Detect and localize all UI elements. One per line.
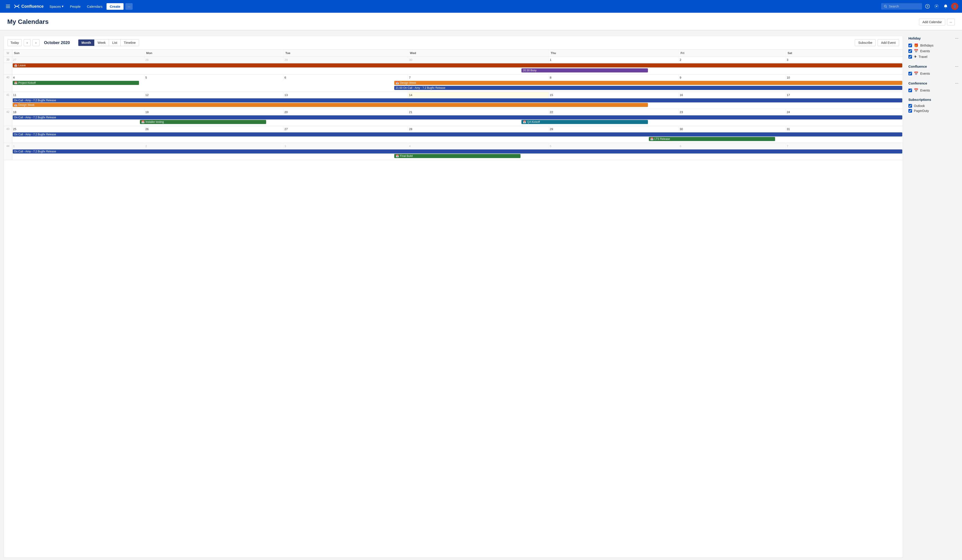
more-nav-button[interactable]: ··· xyxy=(125,3,133,10)
confluence-events-checkbox[interactable] xyxy=(909,72,912,76)
day-cell[interactable]: 7 xyxy=(786,143,903,149)
day-cell[interactable]: 30 xyxy=(408,57,549,63)
conference-events-checkbox[interactable] xyxy=(909,89,912,92)
day-cell[interactable]: 28 xyxy=(408,126,549,132)
day-cell[interactable]: 13 xyxy=(283,92,408,98)
conference-more-button[interactable]: ··· xyxy=(955,81,958,86)
lts-release-event[interactable]: 📅 LTS Release xyxy=(649,137,775,141)
design-week-event[interactable]: 📅 Design Week xyxy=(394,81,902,85)
oncall-event-43[interactable]: On Call - Amy - 7.2 Bugfix Release xyxy=(13,132,902,137)
birthdays-checkbox[interactable] xyxy=(909,44,912,47)
day-cell[interactable]: 31 xyxy=(786,126,903,132)
day-cell[interactable]: 9 xyxy=(679,74,786,81)
holiday-more-button[interactable]: ··· xyxy=(955,36,958,40)
day-cell[interactable]: 7 xyxy=(408,74,549,81)
day-cell[interactable]: 18 xyxy=(12,109,144,115)
table-row: 44 1 2 3 4 5 6 7 xyxy=(4,143,903,149)
day-cell[interactable]: 4 xyxy=(12,74,144,81)
day-cell[interactable]: 27 xyxy=(283,126,408,132)
timeline-view-button[interactable]: Timeline xyxy=(121,40,139,46)
day-cell[interactable]: 3 xyxy=(283,143,408,149)
more-options-button[interactable]: ··· xyxy=(947,19,955,26)
prev-button[interactable]: ‹ xyxy=(24,39,31,46)
day-num: 31 xyxy=(787,127,790,131)
qa-kickoff-event[interactable]: 📅 QA Kickoff xyxy=(521,120,648,124)
day-cell[interactable]: 21 xyxy=(408,109,549,115)
final-build-event[interactable]: 📅 Final Build xyxy=(394,154,521,158)
day-cell[interactable]: 20 xyxy=(283,109,408,115)
day-cell[interactable]: 26 xyxy=(144,126,283,132)
day-num: 30 xyxy=(680,127,683,131)
today-cell[interactable]: 14 xyxy=(408,92,549,98)
day-cell[interactable]: 15 xyxy=(549,92,679,98)
confluence-events-icon: 📅 xyxy=(914,71,918,76)
design-week-event-41[interactable]: 📅 Design Week xyxy=(13,103,648,107)
settings-button[interactable] xyxy=(933,3,940,10)
subscribe-button[interactable]: Subscribe xyxy=(855,39,876,46)
search-box[interactable] xyxy=(881,3,922,10)
pagerduty-checkbox[interactable] xyxy=(909,109,912,113)
day-cell[interactable]: 25 xyxy=(12,126,144,132)
event-label: LTS Release xyxy=(655,137,670,140)
notifications-button[interactable] xyxy=(942,3,949,10)
day-cell[interactable]: 30 xyxy=(679,126,786,132)
birthdays-icon: 🎁 xyxy=(914,43,918,47)
next-button[interactable]: › xyxy=(32,39,40,46)
oncall-event-42[interactable]: On Call - Amy - 7.2 Bugfix Release xyxy=(13,115,902,119)
day-cell[interactable]: 24 xyxy=(786,109,903,115)
add-event-button[interactable]: Add Event xyxy=(878,39,899,46)
events-row: On Call - Amy - 7.2 Bugfix Release 📅 Ins… xyxy=(4,115,903,126)
day-cell[interactable]: 16 xyxy=(679,92,786,98)
project-kickoff-event[interactable]: 📅 Project Kickoff xyxy=(13,81,139,85)
calendars-nav-button[interactable]: Calendars xyxy=(85,3,105,10)
day-cell[interactable]: 1 xyxy=(12,143,144,149)
spaces-menu-button[interactable]: Spaces ▾ xyxy=(47,3,66,10)
day-cell[interactable]: 2 xyxy=(144,143,283,149)
events-row: On Call - Amy - 7.2 Bugfix Release 📅 LTS… xyxy=(4,132,903,143)
day-cell[interactable]: 1 xyxy=(549,57,679,63)
busy-event[interactable]: 20:30 Busy xyxy=(521,68,648,73)
day-cell[interactable]: 4 xyxy=(408,143,549,149)
add-calendar-button[interactable]: Add Calendar xyxy=(919,19,946,26)
help-button[interactable]: ? xyxy=(924,3,931,10)
day-cell[interactable]: 23 xyxy=(679,109,786,115)
week-view-button[interactable]: Week xyxy=(94,40,109,46)
oncall-event[interactable]: 21:00 On Call - Amy - 7.2 Bugfix Release xyxy=(394,86,902,90)
day-cell[interactable]: 2 xyxy=(679,57,786,63)
day-cell[interactable]: 17 xyxy=(786,92,903,98)
day-cell[interactable]: 6 xyxy=(679,143,786,149)
people-nav-button[interactable]: People xyxy=(68,3,83,10)
day-cell[interactable]: 27 xyxy=(12,57,144,63)
confluence-more-button[interactable]: ··· xyxy=(955,64,958,69)
create-button[interactable]: Create xyxy=(107,3,124,10)
day-cell[interactable]: 19 xyxy=(144,109,283,115)
today-button[interactable]: Today xyxy=(8,39,22,46)
hamburger-menu-button[interactable] xyxy=(4,3,12,9)
day-cell[interactable]: 29 xyxy=(283,57,408,63)
holiday-events-checkbox[interactable] xyxy=(909,49,912,53)
day-cell[interactable]: 3 xyxy=(786,57,903,63)
day-cell[interactable]: 6 xyxy=(283,74,408,81)
day-cell[interactable]: 12 xyxy=(144,92,283,98)
oncall-event-44[interactable]: On Call - Amy - 7.2 Bugfix Release xyxy=(13,149,902,153)
list-item: 📅 Events xyxy=(909,71,958,76)
day-cell[interactable]: 5 xyxy=(549,143,679,149)
month-view-button[interactable]: Month xyxy=(78,40,94,46)
travel-checkbox[interactable] xyxy=(909,55,912,58)
leave-event[interactable]: 📅 Leave xyxy=(13,63,902,68)
user-avatar[interactable]: 👤 xyxy=(951,3,958,10)
installer-testing-event[interactable]: 📅 Installer testing xyxy=(140,120,266,124)
list-view-button[interactable]: List xyxy=(109,40,121,46)
sun-col-header: Sun xyxy=(12,50,144,57)
oncall-event-41[interactable]: On Call - Amy - 7.2 Bugfix Release xyxy=(13,98,902,102)
day-cell[interactable]: 10 xyxy=(786,74,903,81)
outlook-checkbox[interactable] xyxy=(909,104,912,108)
day-cell[interactable]: 22 xyxy=(549,109,679,115)
day-cell[interactable]: 11 xyxy=(12,92,144,98)
day-cell[interactable]: 8 xyxy=(549,74,679,81)
day-cell[interactable]: 28 xyxy=(144,57,283,63)
day-cell[interactable]: 5 xyxy=(144,74,283,81)
search-input[interactable] xyxy=(889,5,916,8)
day-cell[interactable]: 29 xyxy=(549,126,679,132)
confluence-logo[interactable]: Confluence xyxy=(14,4,44,9)
